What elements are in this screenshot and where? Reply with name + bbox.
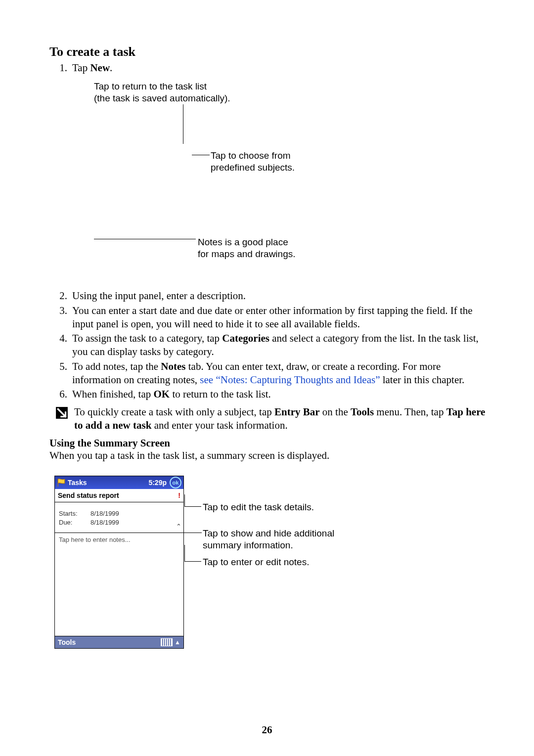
step-list: 1. Tap New.: [49, 61, 490, 75]
step-3: 3. You can enter a start date and due da…: [49, 304, 490, 331]
annotation-text: Notes is a good place: [198, 236, 336, 248]
annotation-enter-notes: Tap to enter or edit notes.: [203, 556, 410, 568]
tip-text: on the: [320, 406, 351, 418]
step-text: to return to the task list.: [170, 388, 271, 400]
priority-icon: !: [178, 491, 180, 499]
due-row: Due: 8/18/1999: [59, 518, 179, 527]
callout-line: [184, 561, 201, 562]
step-number: 2.: [49, 289, 72, 303]
due-label: Due:: [59, 518, 90, 527]
pocketpc-screenshot: Tasks 5:29p ok Send status report ! Star…: [54, 476, 184, 649]
notes-placeholder: Tap here to enter notes...: [59, 536, 131, 543]
annotation-show-hide: Tap to show and hide additional summary …: [203, 528, 410, 551]
tip-text: and enter your task information.: [151, 419, 287, 431]
clock: 5:29p: [148, 479, 167, 487]
step-number: 6.: [49, 388, 72, 401]
step-text: You can enter a start date and due date …: [72, 304, 490, 331]
annotation-text: (the task is saved automatically).: [94, 92, 262, 104]
start-flag-icon[interactable]: [57, 478, 66, 487]
callout-line: [192, 155, 210, 155]
tip-bold: Entry Bar: [274, 406, 320, 418]
task-subject: Send status report: [58, 491, 119, 499]
step-text: When finished, tap: [72, 388, 153, 400]
starts-value: 8/18/1999: [90, 509, 119, 518]
annotation-ok-return: Tap to return to the task list (the task…: [94, 81, 262, 104]
ok-button[interactable]: ok: [170, 477, 181, 489]
annotation-edit-details: Tap to edit the task details.: [203, 501, 410, 513]
task-subject-row[interactable]: Send status report !: [55, 489, 183, 502]
starts-label: Starts:: [59, 509, 90, 518]
step-number: 3.: [49, 304, 72, 331]
callout-line: [183, 104, 183, 144]
annotation-text: predefined subjects.: [211, 162, 339, 174]
paragraph: When you tap a task in the task list, a …: [49, 449, 490, 462]
step-list-cont: 2. Using the input panel, enter a descri…: [49, 289, 490, 401]
step-number: 5.: [49, 360, 72, 387]
callout-line: [184, 494, 185, 507]
page: To create a task 1. Tap New. Tap to retu…: [0, 0, 534, 756]
step-text: Tap: [72, 62, 90, 74]
device-bottombar: Tools ▲: [55, 636, 183, 648]
step-2: 2. Using the input panel, enter a descri…: [49, 289, 490, 303]
annotation-text: summary information.: [203, 539, 410, 551]
tip-arrow-icon: [49, 405, 74, 433]
step-text: To assign the task to a category, tap: [72, 332, 222, 344]
cross-reference-link[interactable]: see “Notes: Capturing Thoughts and Ideas…: [200, 374, 380, 386]
tip-block: To quickly create a task with only a sub…: [49, 405, 490, 433]
app-title: Tasks: [68, 479, 87, 487]
callout-line: [94, 239, 196, 239]
section-title: To create a task: [49, 44, 490, 59]
callout-line: [184, 545, 185, 562]
tip-text: menu. Then, tap: [374, 406, 446, 418]
step-text: later in this chapter.: [380, 374, 464, 386]
annotation-text: Tap to return to the task list: [94, 81, 262, 92]
due-value: 8/18/1999: [90, 518, 119, 527]
step-number: 4.: [49, 332, 72, 359]
task-dates-panel: Starts: 8/18/1999 Due: 8/18/1999 ⌃: [55, 502, 183, 533]
step-bold: OK: [153, 388, 170, 400]
tip-text: To quickly create a task with only a sub…: [74, 406, 274, 418]
tip-bold: Tools: [351, 406, 374, 418]
starts-row: Starts: 8/18/1999: [59, 509, 179, 518]
figure-summary-screen: Tasks 5:29p ok Send status report ! Star…: [49, 476, 490, 659]
page-number: 26: [0, 724, 534, 736]
step-1: 1. Tap New.: [49, 61, 490, 75]
figure-create-task-annotations: Tap to return to the task list (the task…: [84, 76, 490, 288]
step-bold: New: [90, 62, 110, 74]
step-number: 1.: [49, 61, 72, 75]
step-4: 4. To assign the task to a category, tap…: [49, 332, 490, 359]
step-text: Using the input panel, enter a descripti…: [72, 289, 490, 303]
callout-line: [184, 506, 201, 507]
subheading: Using the Summary Screen: [49, 437, 490, 449]
input-panel-up-icon[interactable]: ▲: [175, 639, 180, 646]
device-titlebar: Tasks 5:29p ok: [55, 476, 183, 489]
keyboard-icon[interactable]: [161, 638, 173, 646]
step-5: 5. To add notes, tap the Notes tab. You …: [49, 360, 490, 387]
callout-line: [184, 533, 202, 533]
annotation-notes-tab: Notes is a good place for maps and drawi…: [198, 236, 336, 260]
tools-menu[interactable]: Tools: [58, 638, 76, 646]
notes-area[interactable]: Tap here to enter notes...: [55, 533, 183, 633]
step-6: 6. When finished, tap OK to return to th…: [49, 388, 490, 401]
step-bold: Categories: [222, 332, 269, 344]
step-bold: Notes: [161, 360, 185, 372]
annotation-text: for maps and drawings.: [198, 248, 336, 260]
annotation-text: Tap to choose from: [211, 150, 339, 162]
annotation-text: Tap to show and hide additional: [203, 528, 410, 539]
step-text: To add notes, tap the: [72, 360, 161, 372]
annotation-subject-dropdown: Tap to choose from predefined subjects.: [211, 150, 339, 174]
step-text: .: [110, 62, 112, 74]
expand-toggle-icon[interactable]: ⌃: [176, 522, 181, 531]
